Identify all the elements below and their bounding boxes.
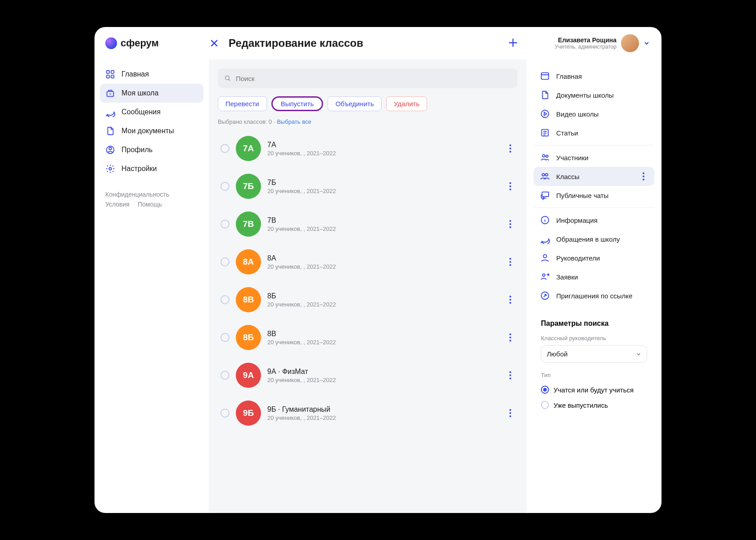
filter-teacher-select[interactable]: Любой: [541, 345, 647, 363]
footer-privacy[interactable]: Конфиденциальность: [105, 191, 169, 198]
nav-settings[interactable]: Настройки: [100, 159, 203, 178]
link-icon: [540, 291, 550, 301]
svg-point-6: [109, 148, 112, 150]
close-icon[interactable]: [209, 38, 220, 49]
class-title: 9А · ФизМат: [267, 368, 500, 376]
class-sub: 20 учеников, , 2021–2022: [267, 339, 500, 346]
r-articles[interactable]: Статьи: [534, 123, 654, 142]
nav-label: Главная: [122, 70, 149, 78]
checkbox[interactable]: [220, 295, 230, 304]
search-input[interactable]: [236, 75, 511, 82]
class-sub: 20 учеников, , 2021–2022: [267, 377, 500, 383]
class-row[interactable]: 7Б7Б20 учеников, , 2021–2022: [218, 167, 518, 205]
svg-point-14: [542, 174, 545, 176]
search-input-wrapper[interactable]: [218, 68, 518, 88]
checkbox[interactable]: [220, 409, 230, 418]
class-sub: 20 учеников, , 2021–2022: [267, 414, 500, 421]
r-label: Руководители: [556, 254, 600, 262]
more-icon[interactable]: [506, 296, 515, 304]
checkbox[interactable]: [220, 144, 230, 153]
class-title: 8Б: [267, 292, 500, 300]
checkbox[interactable]: [220, 371, 230, 380]
footer-help[interactable]: Помощь: [138, 201, 162, 208]
r-label: Публичные чаты: [556, 192, 608, 199]
delete-button[interactable]: Удалить: [386, 96, 427, 111]
more-icon[interactable]: [506, 182, 515, 190]
checkbox[interactable]: [220, 182, 230, 191]
r-label: Информация: [556, 216, 598, 224]
checkbox[interactable]: [220, 333, 230, 342]
play-icon: [540, 109, 550, 119]
class-badge: 7Б: [236, 174, 261, 199]
info-icon: [540, 215, 550, 225]
svg-point-12: [543, 155, 545, 158]
class-badge: 8А: [236, 249, 261, 274]
more-icon[interactable]: [506, 333, 515, 342]
checkbox[interactable]: [220, 220, 230, 229]
nav-home[interactable]: Главная: [100, 65, 203, 84]
class-sub: 20 учеников, , 2021–2022: [267, 225, 500, 232]
checkbox[interactable]: [220, 257, 230, 266]
nav-label: Мои документы: [122, 127, 174, 135]
r-school-video[interactable]: Видео школы: [534, 104, 654, 123]
r-label: Заявки: [556, 273, 578, 281]
user-menu[interactable]: Елизавета Рощина Учитель, администратор: [555, 34, 651, 52]
more-icon[interactable]: [506, 258, 515, 266]
window-icon: [540, 71, 550, 81]
add-icon[interactable]: [508, 38, 519, 49]
release-button[interactable]: Выпустить: [271, 96, 324, 111]
r-managers[interactable]: Руководители: [534, 248, 654, 267]
more-icon[interactable]: [506, 220, 515, 228]
r-school-docs[interactable]: Документы школы: [534, 86, 654, 104]
class-row[interactable]: 9А9А · ФизМат20 учеников, , 2021–2022: [218, 356, 518, 394]
r-requests[interactable]: Заявки: [534, 267, 654, 286]
radio-label: Уже выпустились: [554, 401, 608, 409]
r-label: Приглашения по ссылке: [556, 292, 632, 300]
more-icon[interactable]: [506, 144, 515, 153]
transfer-button[interactable]: Перевести: [218, 96, 267, 111]
svg-point-15: [545, 174, 548, 176]
chevron-down-icon: [644, 40, 651, 46]
svg-point-7: [109, 167, 112, 170]
logo[interactable]: сферум: [105, 37, 209, 49]
nav-label: Сообщения: [122, 108, 161, 116]
r-public-chats[interactable]: Публичные чаты: [534, 186, 654, 205]
r-label: Главная: [556, 72, 582, 80]
r-home[interactable]: Главная: [534, 67, 654, 86]
svg-point-13: [546, 155, 548, 158]
nav-messages[interactable]: Сообщения: [100, 103, 203, 122]
class-row[interactable]: 8Б8В20 учеников, , 2021–2022: [218, 319, 518, 356]
class-row[interactable]: 7А7А20 учеников, , 2021–2022: [218, 130, 518, 167]
requests-icon: [540, 272, 550, 282]
nav-profile[interactable]: Профиль: [100, 140, 203, 159]
class-sub: 20 учеников, , 2021–2022: [267, 150, 500, 157]
user-name: Елизавета Рощина: [555, 36, 616, 44]
r-contact-school[interactable]: Обращения в школу: [534, 230, 654, 248]
filter-type-option-graduated[interactable]: Уже выпустились: [541, 397, 647, 413]
nav-my-school[interactable]: Моя школа: [100, 84, 203, 103]
nav-my-documents[interactable]: Мои документы: [100, 122, 203, 140]
r-invite-links[interactable]: Приглашения по ссылке: [534, 286, 654, 305]
merge-button[interactable]: Объединить: [328, 96, 382, 111]
more-icon[interactable]: [639, 172, 648, 180]
r-info[interactable]: Информация: [534, 211, 654, 230]
radio-label: Учатся или будут учиться: [554, 386, 634, 394]
class-badge: 8В: [236, 287, 261, 312]
r-members[interactable]: Участники: [534, 148, 654, 167]
class-row[interactable]: 9Б9Б · Гуманитарный20 учеников, , 2021–2…: [218, 394, 518, 432]
svg-point-17: [543, 255, 546, 258]
class-row[interactable]: 7В7В20 учеников, , 2021–2022: [218, 205, 518, 243]
more-icon[interactable]: [506, 409, 515, 417]
r-classes[interactable]: Классы: [534, 167, 654, 186]
more-icon[interactable]: [506, 371, 515, 379]
select-all-link[interactable]: Выбрать все: [277, 118, 311, 125]
svg-rect-9: [541, 73, 549, 80]
filter-type-option-studying[interactable]: Учатся или будут учиться: [541, 382, 647, 397]
class-row[interactable]: 8В8Б20 учеников, , 2021–2022: [218, 281, 518, 319]
footer-terms[interactable]: Условия: [105, 201, 130, 208]
class-row[interactable]: 8А8А20 учеников, , 2021–2022: [218, 243, 518, 281]
gear-icon: [105, 164, 115, 174]
svg-point-18: [543, 274, 545, 277]
class-title: 7А: [267, 141, 500, 149]
class-sub: 20 учеников, , 2021–2022: [267, 263, 500, 270]
